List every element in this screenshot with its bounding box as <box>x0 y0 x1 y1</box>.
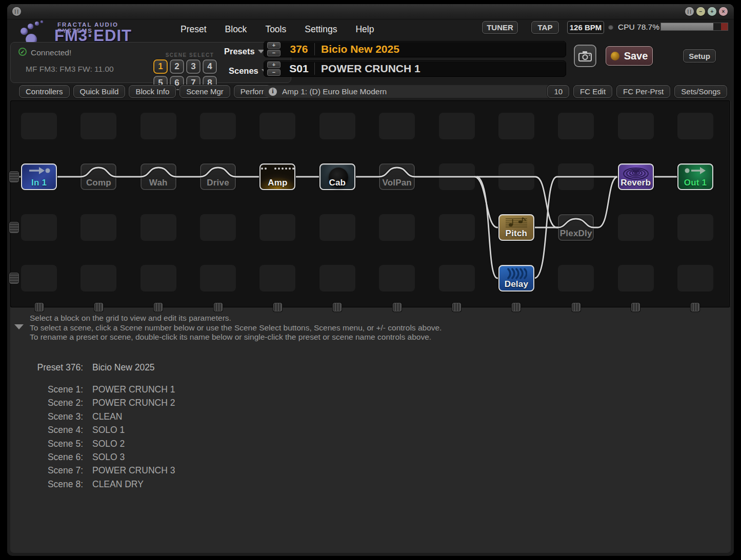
grid-slot[interactable] <box>379 214 415 241</box>
column-connector-handle[interactable] <box>393 303 402 312</box>
row-connector-handle[interactable] <box>9 222 19 233</box>
tuner-button[interactable]: TUNER <box>482 21 518 34</box>
preset-minus-button[interactable]: − <box>267 50 281 56</box>
preset-name[interactable]: Bicio New 2025 <box>321 43 399 55</box>
grid-slot[interactable] <box>81 113 116 139</box>
grid-slot[interactable] <box>319 265 355 292</box>
column-connector-handle[interactable] <box>333 303 342 312</box>
tab-controllers[interactable]: Controllers <box>19 85 70 98</box>
tab-fc-edit[interactable]: FC Edit <box>573 85 612 98</box>
scene-row-name[interactable]: POWER CRUNCH 1 <box>92 384 175 395</box>
scene-row-name[interactable]: CLEAN DRY <box>92 479 144 490</box>
scene-button-1[interactable]: 1 <box>153 59 168 74</box>
grid-slot[interactable] <box>618 113 654 139</box>
presets-dropdown[interactable]: Presets <box>224 47 264 56</box>
grid-slot[interactable] <box>379 265 415 292</box>
block-pitch[interactable]: Pitch <box>498 214 534 241</box>
save-button[interactable]: Save <box>606 46 653 66</box>
grid-slot[interactable] <box>498 163 534 190</box>
column-connector-handle[interactable] <box>512 303 520 312</box>
scene-name[interactable]: POWER CRUNCH 1 <box>321 63 420 75</box>
grid-slot[interactable] <box>200 265 236 292</box>
block-delay[interactable]: Delay <box>498 265 534 292</box>
scene-button-3[interactable]: 3 <box>186 59 201 74</box>
tap-button[interactable]: TAP <box>531 21 559 34</box>
grid-slot[interactable] <box>259 265 295 292</box>
menu-item-preset[interactable]: Preset <box>181 24 207 35</box>
tab-fc-per-prst[interactable]: FC Per-Prst <box>616 85 670 98</box>
grid-slot[interactable] <box>677 265 713 292</box>
preset-title-name[interactable]: Bicio New 2025 <box>92 362 155 373</box>
row-connector-handle[interactable] <box>9 273 19 284</box>
scene-row-name[interactable]: POWER CRUNCH 2 <box>92 398 175 408</box>
column-connector-handle[interactable] <box>691 303 699 312</box>
block-amp[interactable]: Amp <box>259 163 295 190</box>
grid-slot[interactable] <box>677 113 713 139</box>
column-connector-handle[interactable] <box>572 303 580 312</box>
preset-number[interactable]: 376 <box>285 43 313 55</box>
scene-plus-button[interactable]: + <box>267 61 281 68</box>
grid-slot[interactable] <box>319 214 355 241</box>
grid-slot[interactable] <box>498 113 534 139</box>
grid-slot[interactable] <box>259 113 295 139</box>
tab-10[interactable]: 10 <box>547 85 569 98</box>
tab-scene-mgr[interactable]: Scene Mgr <box>179 85 230 98</box>
close-icon[interactable]: × <box>719 7 728 16</box>
scene-row-name[interactable]: POWER CRUNCH 3 <box>92 465 175 476</box>
column-connector-handle[interactable] <box>273 303 282 312</box>
grid-slot[interactable] <box>21 265 57 292</box>
column-connector-handle[interactable] <box>94 303 103 312</box>
scene-row-name[interactable]: SOLO 3 <box>92 452 125 463</box>
block-cab[interactable]: Cab <box>319 163 355 190</box>
maximize-icon[interactable]: + <box>708 7 716 16</box>
scene-button-4[interactable]: 4 <box>203 59 217 74</box>
grid-slot[interactable] <box>677 214 713 241</box>
grid-slot[interactable] <box>141 265 176 292</box>
tab-quick-build[interactable]: Quick Build <box>73 85 126 98</box>
pause-icon[interactable]: ∣∣ <box>12 7 21 16</box>
preset-plus-button[interactable]: + <box>267 42 281 49</box>
block-volpan[interactable]: VolPan <box>379 163 415 190</box>
grid-slot[interactable] <box>618 265 654 292</box>
block-wah[interactable]: Wah <box>141 163 176 190</box>
scene-number[interactable]: S01 <box>285 63 313 75</box>
grid-slot[interactable] <box>439 265 475 292</box>
collapse-panel-caret[interactable] <box>14 324 24 329</box>
restore-icon[interactable]: ∣∣ <box>685 7 694 16</box>
grid-slot[interactable] <box>259 214 295 241</box>
tab-sets-songs[interactable]: Sets/Songs <box>674 85 727 98</box>
title-bar[interactable]: ∣∣ ∣∣−+× <box>7 4 734 19</box>
block-plexdly[interactable]: PlexDly <box>558 214 594 241</box>
grid-slot[interactable] <box>439 214 475 241</box>
scenes-dropdown[interactable]: Scenes <box>229 66 268 76</box>
grid-slot[interactable] <box>200 214 236 241</box>
minimize-icon[interactable]: − <box>696 7 705 16</box>
grid-slot[interactable] <box>319 113 355 139</box>
scene-row-name[interactable]: SOLO 1 <box>92 425 125 435</box>
block-info-bar[interactable]: i Amp 1: (D) Euro Blue Modern <box>264 85 566 98</box>
row-connector-handle[interactable] <box>9 171 19 182</box>
column-connector-handle[interactable] <box>35 303 44 312</box>
grid-slot[interactable] <box>558 113 594 139</box>
grid-slot[interactable] <box>141 113 176 139</box>
grid-slot[interactable] <box>21 214 57 241</box>
grid-slot[interactable] <box>618 214 654 241</box>
grid-slot[interactable] <box>379 113 415 139</box>
block-drive[interactable]: Drive <box>200 163 236 190</box>
block-reverb[interactable]: Reverb <box>618 163 654 190</box>
setup-button[interactable]: Setup <box>683 49 716 63</box>
block-comp[interactable]: Comp <box>81 163 116 190</box>
grid-slot[interactable] <box>21 113 57 139</box>
menu-item-settings[interactable]: Settings <box>305 24 337 35</box>
grid-slot[interactable] <box>439 163 475 190</box>
column-connector-handle[interactable] <box>214 303 223 312</box>
grid-slot[interactable] <box>81 214 116 241</box>
block-out-1[interactable]: Out 1 <box>677 163 713 190</box>
grid-slot[interactable] <box>81 265 116 292</box>
menu-item-tools[interactable]: Tools <box>265 24 286 35</box>
scene-minus-button[interactable]: − <box>267 69 281 76</box>
column-connector-handle[interactable] <box>631 303 640 312</box>
menu-item-help[interactable]: Help <box>355 24 374 35</box>
grid-slot[interactable] <box>558 163 594 190</box>
snapshot-button[interactable] <box>574 45 596 67</box>
